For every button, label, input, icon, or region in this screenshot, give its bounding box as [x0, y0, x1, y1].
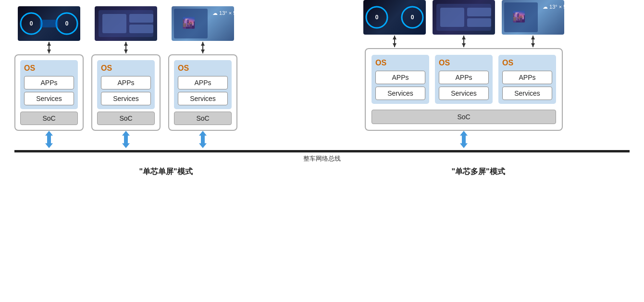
inner-os-3: OS APPs Services — [174, 60, 232, 109]
services-box-r2: Services — [439, 87, 489, 100]
svg-text:☁ 13° × 5°: ☁ 13° × 5° — [212, 10, 234, 16]
right-diagrams: 0 0 — [298, 0, 634, 148]
shared-soc: SoC — [372, 110, 556, 124]
bus-line — [14, 150, 630, 152]
screen-thumb-dashboard-1: 0 0 — [18, 6, 80, 41]
services-box-r1: Services — [375, 87, 425, 100]
svg-marker-7 — [47, 50, 51, 53]
svg-text:0: 0 — [30, 20, 33, 27]
diagrams-row: 0 0 OS APPs Services — [10, 0, 634, 148]
svg-marker-16 — [122, 131, 130, 148]
svg-marker-36 — [462, 36, 466, 39]
right-screens-row: 0 0 — [363, 0, 564, 48]
blue-arrow-right — [458, 131, 470, 148]
svg-rect-11 — [129, 14, 153, 23]
right-arrow-1 — [390, 35, 399, 48]
right-combined-box: OS APPs Services OS APPs Services OS APP… — [365, 48, 563, 131]
soc-box-3: SoC — [174, 112, 232, 125]
apps-box-r1: APPs — [375, 71, 425, 84]
bus-section: 整车网络总线 — [10, 150, 634, 163]
svg-marker-14 — [124, 42, 128, 46]
apps-box-1: APPs — [24, 76, 74, 89]
right-column-wrapper: 0 0 — [298, 0, 630, 148]
os-label-r3: OS — [502, 59, 552, 67]
right-chip-unit-1: 0 0 — [363, 0, 426, 48]
chip-unit-1: 0 0 OS APPs Services — [14, 6, 84, 148]
right-arrow-3 — [528, 35, 538, 48]
arrow-2 — [121, 41, 131, 54]
soc-box-1: SoC — [20, 112, 78, 125]
svg-marker-15 — [124, 50, 128, 53]
os-label-r1: OS — [375, 59, 425, 67]
inner-os-r2: OS APPs Services — [435, 55, 493, 104]
chip-unit-3: ☁ 13° × 5° 🌆 OS APPs Services — [168, 6, 237, 148]
apps-box-r2: APPs — [439, 71, 489, 84]
svg-text:🌆: 🌆 — [182, 16, 196, 29]
screen-thumb-dashboard-2: 0 0 — [363, 0, 426, 35]
left-section-label: "单芯单屏"模式 — [139, 167, 192, 177]
screen-thumb-center-1 — [95, 6, 157, 41]
apps-box-2: APPs — [101, 76, 151, 89]
svg-marker-30 — [393, 43, 396, 47]
svg-marker-22 — [201, 50, 205, 53]
os-box-1: OS APPs Services SoC — [14, 54, 84, 131]
right-chip-unit-2 — [433, 0, 495, 48]
svg-rect-32 — [440, 8, 464, 27]
blue-arrow-2 — [120, 131, 132, 148]
svg-marker-21 — [201, 42, 205, 46]
left-diagrams: 0 0 OS APPs Services — [10, 6, 298, 148]
right-chips-inside: OS APPs Services OS APPs Services OS APP… — [372, 55, 556, 104]
screen-thumb-weather-1: ☁ 13° × 5° 🌆 — [172, 6, 234, 41]
svg-rect-34 — [467, 18, 491, 27]
screen-thumb-weather-2: ☁ 13° × 5° 🌆 — [502, 0, 564, 35]
svg-marker-37 — [462, 43, 466, 47]
chip-unit-2: OS APPs Services SoC — [91, 6, 161, 148]
blue-arrow-1 — [43, 131, 55, 148]
svg-rect-4 — [40, 20, 58, 27]
svg-marker-8 — [45, 131, 53, 148]
svg-text:0: 0 — [65, 20, 69, 27]
svg-marker-43 — [531, 43, 535, 47]
arrow-3 — [198, 41, 208, 54]
os-box-2: OS APPs Services SoC — [91, 54, 161, 131]
apps-box-3: APPs — [178, 76, 228, 89]
svg-rect-12 — [129, 25, 153, 33]
svg-marker-23 — [199, 131, 207, 148]
services-box-3: Services — [178, 92, 228, 105]
arrow-1 — [44, 41, 54, 54]
inner-os-1: OS APPs Services — [20, 60, 78, 109]
os-label-2: OS — [101, 64, 151, 73]
svg-rect-33 — [467, 8, 491, 16]
os-box-3: OS APPs Services SoC — [168, 54, 237, 131]
blue-arrow-3 — [197, 131, 209, 148]
services-box-1: Services — [24, 92, 74, 105]
os-label-r2: OS — [439, 59, 489, 67]
soc-box-2: SoC — [97, 112, 155, 125]
screen-thumb-center-2 — [433, 0, 495, 35]
services-box-r3: Services — [502, 87, 552, 100]
full-layout: 0 0 OS APPs Services — [10, 0, 634, 177]
os-label-3: OS — [178, 64, 228, 73]
bottom-labels: "单芯单屏"模式 "单芯多屏"模式 — [10, 167, 634, 177]
apps-box-r3: APPs — [502, 71, 552, 84]
svg-marker-44 — [460, 131, 468, 148]
svg-marker-42 — [531, 36, 535, 39]
svg-text:0: 0 — [411, 14, 414, 21]
services-box-2: Services — [101, 92, 151, 105]
inner-os-r3: OS APPs Services — [498, 55, 556, 104]
svg-rect-10 — [102, 14, 126, 33]
svg-text:☁ 13° × 5°: ☁ 13° × 5° — [543, 4, 564, 10]
right-chip-unit-3: ☁ 13° × 5° 🌆 — [502, 0, 564, 48]
inner-os-r1: OS APPs Services — [372, 55, 429, 104]
inner-os-2: OS APPs Services — [97, 60, 155, 109]
right-arrow-2 — [459, 35, 469, 48]
bus-label: 整车网络总线 — [303, 154, 341, 163]
right-section-label: "单芯多屏"模式 — [451, 167, 505, 177]
svg-text:0: 0 — [375, 14, 379, 21]
svg-marker-29 — [393, 36, 396, 39]
os-label-1: OS — [24, 64, 74, 73]
svg-text:🌆: 🌆 — [512, 10, 526, 23]
svg-marker-6 — [47, 42, 51, 46]
